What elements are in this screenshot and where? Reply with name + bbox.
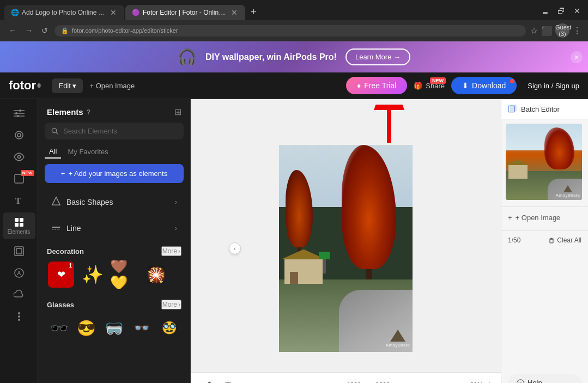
add-elements-button[interactable]: + + Add your images as elements bbox=[45, 164, 184, 183]
free-trial-icon: ♦ bbox=[357, 81, 361, 90]
toolbar-left: ↺ ⧉ ← → bbox=[199, 377, 282, 383]
decoration-title: Decoration bbox=[47, 247, 84, 256]
signin-button[interactable]: Sign in / Sign up bbox=[528, 82, 579, 90]
close-icon: × bbox=[574, 53, 579, 62]
download-label: Download bbox=[472, 81, 506, 90]
batch-editor-button[interactable]: Batch Editor bbox=[501, 99, 588, 119]
forward-button[interactable]: → bbox=[23, 25, 35, 36]
reset-view-button[interactable]: ↺ bbox=[199, 377, 216, 383]
tab2-title: Fotor Editor | Fotor - Online... bbox=[143, 9, 227, 16]
image-thumbnail[interactable]: AmoyShare bbox=[506, 124, 582, 200]
edit-button[interactable]: Edit ▾ bbox=[52, 78, 83, 93]
sidebar-item-cloud[interactable] bbox=[3, 285, 35, 305]
copy-button[interactable]: ⧉ bbox=[221, 378, 237, 384]
sticker-heart-fire[interactable]: ❤ 1 bbox=[47, 260, 75, 289]
svg-point-0 bbox=[15, 112, 17, 114]
open-image-header-button[interactable]: + Open Image bbox=[89, 82, 135, 90]
zoom-out-button[interactable]: − bbox=[461, 380, 467, 384]
back-button[interactable]: ← bbox=[7, 25, 19, 36]
sticker-glasses-3[interactable]: 🥽 bbox=[102, 314, 126, 342]
sidebar-item-eye[interactable] bbox=[3, 147, 35, 167]
tab2-close[interactable]: ✕ bbox=[230, 8, 239, 17]
svg-point-25 bbox=[52, 128, 56, 132]
sidebar-item-text[interactable]: T bbox=[3, 191, 35, 210]
decoration-more-arrow: › bbox=[178, 247, 180, 255]
sticker-glasses-5[interactable]: 🥸 bbox=[157, 314, 181, 342]
svg-point-3 bbox=[19, 110, 21, 112]
close-button[interactable]: ✕ bbox=[571, 5, 584, 16]
help-button[interactable]: ? Help bbox=[508, 374, 581, 383]
app-header: fotor ® Edit ▾ + Open Image ♦ Free Trial… bbox=[0, 72, 588, 99]
category-basic-shapes[interactable]: Basic Shapes › bbox=[43, 190, 186, 215]
search-elements-input[interactable] bbox=[63, 127, 177, 135]
learn-more-button[interactable]: Learn More → bbox=[345, 48, 410, 65]
pagination-row: 1/50 Clear All bbox=[501, 233, 588, 247]
sidebar-item-frame[interactable] bbox=[3, 241, 35, 261]
menu-button[interactable]: ⋮ bbox=[573, 26, 581, 36]
tab2-favicon: 🟣 bbox=[132, 9, 140, 16]
right-panel-spacer bbox=[501, 247, 588, 374]
svg-point-11 bbox=[17, 156, 20, 159]
search-icon bbox=[51, 127, 59, 135]
icon-sidebar: NEW T Elements A bbox=[0, 99, 38, 383]
sticker-glasses-1[interactable]: 🕶️ bbox=[47, 314, 71, 342]
sidebar-item-adjust[interactable] bbox=[3, 104, 35, 123]
share-button[interactable]: 🎁 Share NEW bbox=[414, 82, 445, 90]
street-sign-pole bbox=[323, 252, 326, 273]
sidebar-item-sticker[interactable]: NEW bbox=[3, 169, 35, 189]
open-image-label: + Open Image bbox=[89, 82, 135, 90]
download-button[interactable]: ⬇ Download bbox=[451, 77, 517, 94]
tab1-title: Add Logo to Photo Online for... bbox=[22, 9, 106, 16]
glasses-more-button[interactable]: More › bbox=[161, 300, 181, 309]
undo-button[interactable]: ← bbox=[241, 378, 259, 384]
sticker-sparkle[interactable]: ✨ bbox=[78, 260, 107, 289]
logo-text: fotor bbox=[9, 78, 36, 93]
help-icon[interactable]: ? bbox=[87, 108, 90, 116]
sidebar-item-beauty[interactable] bbox=[3, 125, 35, 145]
new-tab-button[interactable]: + bbox=[246, 4, 261, 20]
tab-my-favorites[interactable]: My Favorites bbox=[63, 145, 112, 159]
grid-view-icon[interactable]: ⊞ bbox=[174, 107, 181, 117]
svg-rect-15 bbox=[20, 218, 23, 222]
maximize-button[interactable]: 🗗 bbox=[554, 5, 568, 16]
edit-label: Edit ▾ bbox=[58, 82, 76, 90]
zoom-in-button[interactable]: + bbox=[486, 380, 492, 384]
sidebar-item-effects[interactable]: A bbox=[3, 263, 35, 283]
sticker-glasses-2[interactable]: 😎 bbox=[75, 314, 99, 342]
svg-point-23 bbox=[18, 312, 20, 314]
category-line[interactable]: Line › bbox=[43, 216, 186, 241]
open-image-right-button[interactable]: + + Open Image bbox=[501, 206, 588, 228]
sticker-fireworks[interactable]: 🎇 bbox=[142, 260, 170, 289]
sidebar-item-more[interactable] bbox=[3, 307, 35, 326]
glasses-section: Glasses More › 🕶️ 😎 🥽 👓 🥸 bbox=[38, 295, 190, 344]
redo-button[interactable]: → bbox=[264, 378, 282, 384]
elements-panel: Elements ? ⊞ All My Favorites + + Add yo… bbox=[38, 99, 191, 383]
tab1-close[interactable]: ✕ bbox=[109, 8, 118, 17]
free-trial-label: Free Trial bbox=[364, 81, 396, 90]
sticker-new-badge: NEW bbox=[21, 170, 34, 176]
search-elements-box[interactable] bbox=[45, 123, 184, 139]
minimize-button[interactable]: 🗕 bbox=[538, 5, 552, 16]
svg-rect-33 bbox=[510, 105, 516, 111]
extensions-button[interactable]: ⬛ bbox=[541, 26, 552, 36]
browser-tab-1[interactable]: 🌐 Add Logo to Photo Online for... ✕ bbox=[4, 5, 124, 20]
sidebar-item-elements[interactable]: Elements bbox=[3, 212, 35, 239]
glasses-more-label: More bbox=[162, 301, 177, 308]
profile-button[interactable]: Guest (3) bbox=[555, 23, 569, 38]
bookmarks-button[interactable]: ☆ bbox=[530, 26, 538, 36]
thumbnail-logo-text: AmoyShare bbox=[556, 193, 580, 198]
canvas-photo: AmoyShare bbox=[279, 145, 413, 352]
tab-all[interactable]: All bbox=[45, 145, 61, 159]
decoration-more-button[interactable]: More › bbox=[161, 246, 181, 256]
sticker-hearts[interactable]: 🤎💛 bbox=[110, 260, 138, 289]
browser-tab-2[interactable]: 🟣 Fotor Editor | Fotor - Online... ✕ bbox=[125, 5, 245, 20]
free-trial-button[interactable]: ♦ Free Trial bbox=[346, 77, 407, 94]
sticker-glasses-4[interactable]: 👓 bbox=[130, 314, 154, 342]
svg-rect-19 bbox=[16, 248, 22, 254]
panel-collapse-button[interactable]: ‹ bbox=[229, 242, 241, 254]
address-input[interactable]: 🔒 fotor.com/photo-editor-app/editor/stic… bbox=[54, 25, 526, 37]
reload-button[interactable]: ↺ bbox=[39, 25, 50, 36]
banner-close-button[interactable]: × bbox=[571, 51, 583, 63]
panel-title: Elements ? bbox=[47, 107, 90, 117]
clear-all-button[interactable]: Clear All bbox=[548, 236, 581, 244]
